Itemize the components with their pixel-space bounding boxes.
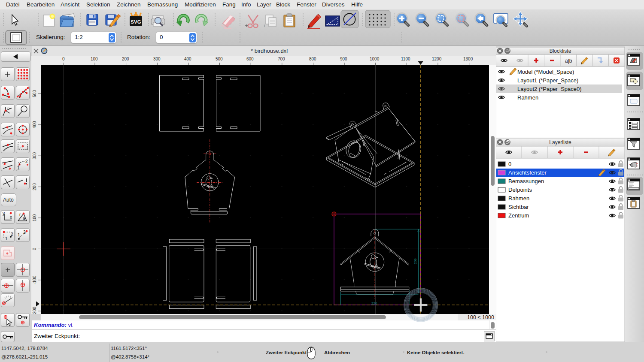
svg-text:209: 209 bbox=[413, 258, 417, 264]
svg-text:0: 0 bbox=[32, 247, 37, 250]
svg-text:1: 1 bbox=[5, 236, 8, 241]
svg-text:2: 2 bbox=[11, 232, 13, 237]
svg-text:2: 2 bbox=[25, 159, 28, 164]
svg-text:a|b: a|b bbox=[565, 58, 572, 64]
svg-text:Layout1 (*Paper_Space): Layout1 (*Paper_Space) bbox=[517, 77, 578, 84]
svg-text:Rahmen: Rahmen bbox=[508, 195, 529, 202]
svg-text:Layout2 (*Paper_Space0): Layout2 (*Paper_Space0) bbox=[517, 86, 582, 92]
svg-text:+: + bbox=[263, 24, 266, 28]
svg-text:SVG: SVG bbox=[131, 19, 141, 24]
svg-text:y: y bbox=[3, 211, 5, 216]
svg-text:r: r bbox=[19, 212, 21, 217]
svg-text:Zentrum: Zentrum bbox=[508, 212, 529, 219]
svg-text:Ansichtsfenster: Ansichtsfenster bbox=[508, 169, 547, 176]
svg-text:Defpoints: Defpoints bbox=[508, 187, 532, 193]
svg-text:-200: -200 bbox=[32, 307, 37, 314]
svg-text:Layerliste: Layerliste bbox=[549, 139, 571, 145]
svg-text:Model (*Model_Space): Model (*Model_Space) bbox=[517, 69, 574, 75]
svg-text:1: 1 bbox=[17, 166, 20, 170]
svg-text:500: 500 bbox=[32, 90, 37, 97]
svg-text:Rahmen: Rahmen bbox=[517, 94, 538, 101]
svg-text:1: 1 bbox=[18, 232, 20, 237]
svg-text:0: 0 bbox=[508, 161, 511, 167]
svg-text:Bemassungen: Bemassungen bbox=[508, 178, 544, 184]
svg-text:Sichtbar: Sichtbar bbox=[508, 204, 529, 210]
svg-text:300: 300 bbox=[32, 152, 37, 159]
svg-text:2: 2 bbox=[23, 230, 26, 235]
svg-text:-100: -100 bbox=[32, 275, 37, 284]
svg-text:Blockliste: Blockliste bbox=[550, 48, 571, 54]
svg-text:a: a bbox=[23, 216, 25, 221]
svg-text:x: x bbox=[10, 215, 12, 220]
svg-text:200: 200 bbox=[32, 183, 37, 190]
svg-text:100: 100 bbox=[32, 214, 37, 221]
svg-text:400: 400 bbox=[32, 121, 37, 128]
